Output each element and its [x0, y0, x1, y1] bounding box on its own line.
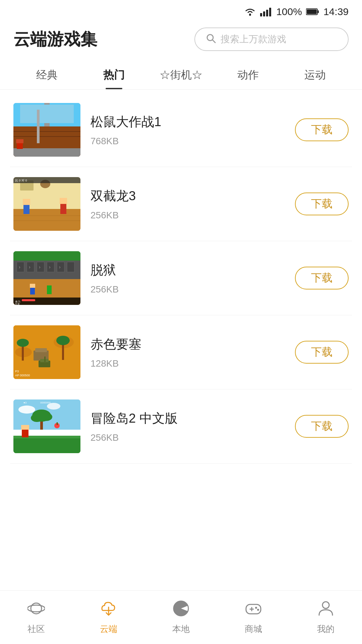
nav-item-community[interactable]: 社区 — [0, 600, 72, 635]
cloud-download-icon — [100, 600, 117, 620]
search-placeholder-text: 搜索上万款游戏 — [221, 33, 286, 46]
svg-rect-30 — [60, 198, 67, 204]
search-icon — [206, 33, 216, 46]
list-item: › › › › › 体力 结束 脱狱 256KB 下载 — [10, 241, 352, 315]
svg-rect-48 — [30, 284, 35, 288]
svg-rect-35 — [17, 262, 24, 272]
svg-rect-82 — [21, 425, 29, 430]
svg-rect-66 — [44, 357, 46, 362]
nav-label-community: 社区 — [27, 623, 45, 635]
gamepad-icon — [245, 600, 262, 620]
nav-item-store[interactable]: 商城 — [217, 600, 290, 635]
list-item: ●3 0000000 冒险岛2 — [10, 389, 352, 464]
status-bar: 100% 14:39 — [0, 0, 362, 21]
svg-point-61 — [56, 336, 70, 345]
time-display: 14:39 — [323, 6, 349, 17]
search-bar[interactable]: 搜索上万款游戏 — [194, 28, 349, 51]
signal-icon — [260, 7, 272, 16]
game-size-5: 256KB — [90, 432, 285, 443]
svg-text:结束: 结束 — [15, 303, 20, 305]
svg-rect-20 — [16, 139, 23, 143]
tab-hot[interactable]: 热门 — [80, 61, 147, 89]
svg-rect-33 — [13, 251, 80, 261]
svg-text:›: › — [39, 264, 41, 270]
battery-percentage: 100% — [276, 6, 302, 17]
game-info-4: 赤色要塞 128KB — [90, 336, 285, 369]
download-button-3[interactable]: 下载 — [295, 267, 349, 289]
pacman-icon — [172, 600, 190, 620]
svg-rect-38 — [47, 262, 54, 272]
svg-point-93 — [255, 607, 257, 609]
game-thumbnail-2: 比 0 对 0 — [13, 177, 80, 231]
svg-point-59 — [17, 339, 29, 347]
svg-rect-63 — [35, 348, 47, 352]
person-icon — [317, 600, 335, 620]
svg-point-70 — [18, 406, 35, 414]
game-info-3: 脱狱 256KB — [90, 262, 285, 295]
svg-rect-39 — [57, 262, 64, 272]
tab-action[interactable]: 动作 — [215, 61, 282, 89]
game-info-2: 双截龙3 256KB — [90, 187, 285, 221]
svg-rect-2 — [263, 11, 265, 16]
svg-point-12 — [60, 111, 74, 118]
svg-point-86 — [27, 605, 45, 612]
nav-item-mine[interactable]: 我的 — [290, 600, 362, 635]
category-tabs: 经典 热门 ☆街机☆ 动作 运动 — [0, 61, 362, 90]
svg-rect-7 — [307, 9, 317, 14]
nav-label-mine: 我的 — [317, 623, 335, 635]
game-name-2: 双截龙3 — [90, 187, 285, 205]
wifi-icon — [244, 7, 256, 16]
game-name-3: 脱狱 — [90, 262, 285, 279]
nav-label-cloud: 云端 — [100, 623, 117, 635]
nav-label-local: 本地 — [172, 623, 190, 635]
game-thumbnail-1 — [13, 103, 80, 157]
battery-icon — [306, 8, 319, 15]
svg-rect-1 — [260, 13, 262, 16]
tab-sport[interactable]: 运动 — [282, 61, 349, 89]
list-item: 比 0 对 0 双截龙3 256KB 下载 — [10, 167, 352, 241]
svg-point-94 — [257, 609, 259, 611]
svg-rect-4 — [269, 8, 271, 16]
svg-point-11 — [20, 107, 40, 116]
game-name-5: 冒险岛2 中文版 — [90, 410, 285, 427]
svg-text:0000000: 0000000 — [40, 401, 51, 404]
planet-icon — [27, 600, 45, 620]
svg-rect-28 — [23, 199, 30, 205]
svg-point-0 — [249, 14, 251, 16]
list-item: 松鼠大作战1 768KB 下载 — [10, 93, 352, 167]
svg-rect-52 — [22, 299, 35, 301]
game-thumbnail-5: ●3 0000000 — [13, 399, 80, 453]
nav-item-cloud[interactable]: 云端 — [72, 600, 145, 635]
svg-text:●3: ●3 — [23, 401, 27, 404]
list-item: AP 000500 P3 赤色要塞 128KB 下载 — [10, 315, 352, 389]
svg-rect-18 — [13, 148, 80, 157]
game-size-4: 128KB — [90, 358, 285, 369]
svg-text:P3: P3 — [15, 370, 19, 373]
svg-rect-37 — [37, 262, 44, 272]
game-list: 松鼠大作战1 768KB 下载 — [0, 93, 362, 464]
svg-point-77 — [40, 413, 52, 421]
svg-rect-6 — [317, 10, 319, 13]
download-button-1[interactable]: 下载 — [295, 118, 349, 141]
game-info-1: 松鼠大作战1 768KB — [90, 113, 285, 147]
header: 云端游戏集 搜索上万款游戏 — [0, 21, 362, 61]
svg-rect-40 — [67, 262, 74, 272]
nav-item-local[interactable]: 本地 — [145, 600, 217, 635]
svg-rect-14 — [43, 116, 51, 119]
tab-classic[interactable]: 经典 — [13, 61, 80, 89]
svg-text:比 0 对 0: 比 0 对 0 — [15, 179, 27, 182]
download-button-5[interactable]: 下载 — [295, 415, 349, 438]
svg-text:AP 000500: AP 000500 — [15, 374, 30, 377]
svg-text:›: › — [29, 264, 31, 270]
game-size-3: 256KB — [90, 284, 285, 295]
svg-point-89 — [176, 605, 178, 607]
svg-text:›: › — [59, 264, 61, 270]
game-name-4: 赤色要塞 — [90, 336, 285, 353]
svg-rect-84 — [57, 422, 58, 425]
tab-arcade[interactable]: ☆街机☆ — [147, 61, 215, 89]
svg-point-95 — [322, 602, 329, 608]
download-button-4[interactable]: 下载 — [295, 341, 349, 364]
game-thumbnail-3: › › › › › 体力 结束 — [13, 251, 80, 305]
svg-rect-10 — [13, 103, 80, 126]
download-button-2[interactable]: 下载 — [295, 193, 349, 215]
